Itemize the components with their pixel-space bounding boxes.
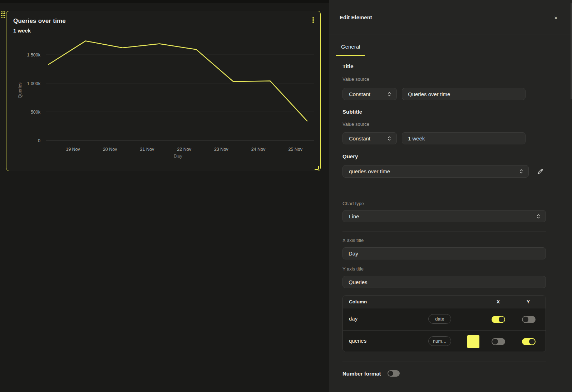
tab-general-label: General [341,44,360,50]
number-format-toggle[interactable] [388,370,400,377]
title-value-input[interactable] [402,88,526,100]
panel-title: Edit Element [340,14,372,20]
subtitle-source-select[interactable]: Constant [342,132,397,144]
col-header-y: Y [527,299,530,304]
x-tick-label: 19 Nov [66,147,80,152]
data-line [49,41,307,121]
subtitle-source-value: Constant [343,135,387,142]
chart-title: Queries over time [13,18,66,25]
type-badge-number: num… [428,336,451,346]
y-tick-label: 0 [38,138,40,143]
series-color-swatch[interactable] [467,335,479,348]
column-table-header: Column X Y [343,296,546,308]
section-divider [342,232,546,232]
column-table: Column X Y day date queries num… [342,295,546,352]
x-axis-title: Day [174,153,182,159]
col-header-column: Column [349,299,367,304]
chart-type-select[interactable]: Line [342,210,546,222]
type-badge-date: date [428,314,451,324]
query-value: queries over time [343,168,519,174]
col-header-x: X [497,299,500,304]
edit-query-pencil-icon[interactable] [536,168,544,175]
subtitle-heading: Subtitle [342,109,362,115]
column-name: day [349,316,358,322]
y-axis-title-input[interactable] [342,276,546,288]
day-y-toggle[interactable] [522,316,536,323]
title-source-select[interactable]: Constant [342,88,397,100]
day-x-toggle[interactable] [492,316,505,323]
x-tick-label: 21 Nov [140,147,154,152]
y-tick-label: 1 500k [27,53,40,58]
resize-handle-icon[interactable] [315,166,319,170]
query-heading: Query [342,153,358,159]
chevron-updown-icon [519,169,524,174]
y-axis-title: Queries [18,83,23,98]
number-format-label: Number format [342,371,381,377]
chart-card[interactable]: 0500k1 000k1 500k19 Nov20 Nov21 Nov22 No… [6,11,321,171]
queries-y-toggle[interactable] [522,338,536,345]
x-tick-label: 22 Nov [177,147,191,152]
chart-subtitle: 1 week [13,28,31,34]
table-row-queries: queries num… [343,330,546,352]
x-axis-title-label: X axis title [342,238,364,243]
card-menu-icon[interactable] [312,16,313,24]
y-tick-label: 500k [31,110,41,115]
chevron-updown-icon [536,214,541,219]
title-value-source-label: Value source [342,76,369,82]
y-axis-title-label: Y axis title [342,266,364,272]
header-divider [329,35,572,35]
drag-handle-icon[interactable] [0,11,6,18]
scrollbar[interactable] [571,3,572,99]
column-name: queries [349,338,366,344]
tab-general[interactable]: General [336,40,365,56]
title-heading: Title [342,63,354,69]
close-icon[interactable]: ✕ [551,14,561,22]
subtitle-value-input[interactable] [402,132,526,144]
x-tick-label: 20 Nov [103,147,117,152]
x-axis-title-input[interactable] [342,247,546,259]
query-select[interactable]: queries over time [342,165,529,178]
table-row-day: day date [343,308,546,330]
chevron-updown-icon [387,91,392,97]
title-source-value: Constant [343,91,387,97]
y-tick-label: 1 000k [27,81,40,86]
edit-element-panel: Edit Element ✕ General Title Value sourc… [329,0,572,392]
number-format-row: Number format [342,370,400,377]
x-tick-label: 23 Nov [214,147,228,152]
chevron-updown-icon [387,136,392,141]
queries-x-toggle[interactable] [492,338,505,345]
x-tick-label: 25 Nov [288,147,302,152]
line-chart: 0500k1 000k1 500k19 Nov20 Nov21 Nov22 No… [6,11,321,172]
chart-type-value: Line [343,213,536,219]
section-divider [342,362,546,362]
x-tick-label: 24 Nov [251,147,266,152]
chart-type-label: Chart type [342,201,364,206]
subtitle-value-source-label: Value source [342,121,369,127]
